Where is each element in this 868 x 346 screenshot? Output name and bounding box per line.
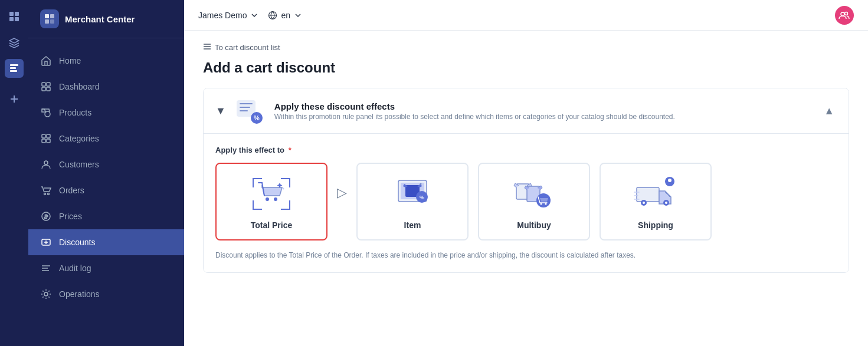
topbar: James Demo en [184,0,868,31]
orders-icon [40,184,52,196]
breadcrumb: To cart discount list [203,42,849,52]
sidebar-item-home[interactable]: Home [28,48,184,74]
main-content: James Demo en [184,0,868,346]
operations-icon [40,288,52,300]
svg-point-57 [665,202,667,204]
svg-point-47 [420,183,422,185]
dashboard-icon [40,81,52,93]
panel-description: Within this promotion rule panel its pos… [274,113,675,121]
breadcrumb-list-icon [203,42,211,52]
discount-panel-header: ▼ % Apply these discount effects Within … [204,88,849,134]
panel-collapse-button[interactable]: ▲ [821,103,837,120]
svg-point-39 [266,197,269,201]
svg-rect-6 [10,70,17,72]
avatar-icon [838,11,851,20]
svg-point-59 [668,179,672,182]
card-arrow-icon: ▷ [337,185,347,200]
svg-rect-32 [253,178,254,187]
shipping-label: Shipping [638,220,673,230]
svg-rect-13 [42,87,45,91]
svg-rect-3 [15,17,19,21]
account-selector[interactable]: James Demo [198,11,258,20]
sidebar-item-products[interactable]: Products [28,100,184,126]
svg-rect-12 [47,83,50,86]
sidebar-item-dashboard[interactable]: Dashboard [28,74,184,100]
svg-rect-53 [637,187,659,202]
svg-point-26 [841,12,844,16]
sidebar-label-orders: Orders [59,186,84,195]
sidebar-logo [40,9,59,28]
language-selector[interactable]: en [268,11,302,20]
sidebar-label-home: Home [59,56,81,65]
sidebar-item-operations[interactable]: Operations [28,281,184,307]
sidebar-item-audit-log[interactable]: Audit log [28,255,184,281]
sidebar-label-customers: Customers [59,160,99,169]
sidebar-header: Merchant Center [28,0,184,38]
svg-rect-10 [50,19,54,24]
svg-rect-36 [253,200,254,210]
sidebar-label-audit-log: Audit log [59,263,91,273]
sidebar-nav: Home Dashboard Products [28,38,184,346]
rail-icon-layers[interactable] [5,33,24,52]
panel-header-left: ▼ % Apply these discount effects Within … [215,98,675,124]
sidebar-label-dashboard: Dashboard [59,82,100,91]
account-chevron-icon [250,11,258,19]
sidebar-label-operations: Operations [59,289,99,299]
item-label: Item [404,220,421,230]
svg-rect-2 [9,17,14,21]
home-icon [40,55,52,67]
svg-point-52 [545,203,547,205]
lang-label: en [281,11,290,20]
panel-chevron-icon[interactable]: ▼ [215,105,226,117]
effect-card-item[interactable]: % Item [356,163,469,240]
sidebar-item-orders[interactable]: Orders [28,177,184,203]
customers-icon [40,159,52,170]
svg-rect-38 [289,200,290,210]
multibuy-label: Multibuy [517,220,551,230]
rail-icon-grid[interactable] [5,7,24,26]
effect-cards-container: Total Price ▷ [215,163,837,240]
topbar-left: James Demo en [198,11,302,20]
effect-card-multibuy[interactable]: Multibuy [478,163,590,240]
icon-rail [0,0,28,346]
sidebar-item-customers[interactable]: Customers [28,151,184,177]
svg-rect-17 [42,139,45,143]
sidebar-label-categories: Categories [59,134,99,143]
audit-log-icon [40,262,52,274]
svg-text:%: % [420,195,424,200]
svg-rect-31 [253,178,262,179]
page-title: Add a cart discount [203,60,849,76]
svg-point-27 [845,12,848,15]
required-marker: * [286,146,291,154]
sidebar-label-discounts: Discounts [59,238,95,247]
topbar-right [835,6,854,25]
account-name: James Demo [198,11,247,20]
lang-chevron-icon [294,11,302,19]
svg-rect-5 [10,67,16,69]
rail-icon-plus[interactable] [5,90,24,108]
svg-point-20 [44,193,46,195]
rail-icon-active[interactable] [5,59,24,78]
svg-rect-9 [45,19,49,24]
effect-card-shipping[interactable]: Shipping [600,163,712,240]
total-price-label: Total Price [251,220,293,230]
svg-rect-14 [47,87,50,91]
sidebar-item-discounts[interactable]: Discounts [28,229,184,255]
panel-icon: % [235,98,265,124]
svg-point-51 [541,203,542,205]
svg-rect-7 [45,14,49,18]
user-avatar[interactable] [835,6,854,25]
sidebar-item-prices[interactable]: Prices [28,203,184,229]
breadcrumb-link[interactable]: To cart discount list [215,43,280,52]
svg-point-21 [48,193,50,195]
globe-icon [268,11,277,20]
prices-icon [40,210,52,222]
svg-rect-8 [50,14,54,18]
effect-label: Apply this effect to * [215,146,837,154]
svg-rect-15 [42,134,45,138]
effect-card-total-price[interactable]: Total Price [215,163,327,240]
page-content: To cart discount list Add a cart discoun… [184,31,868,346]
categories-icon [40,133,52,144]
discounts-icon [40,236,52,248]
sidebar-item-categories[interactable]: Categories [28,126,184,151]
